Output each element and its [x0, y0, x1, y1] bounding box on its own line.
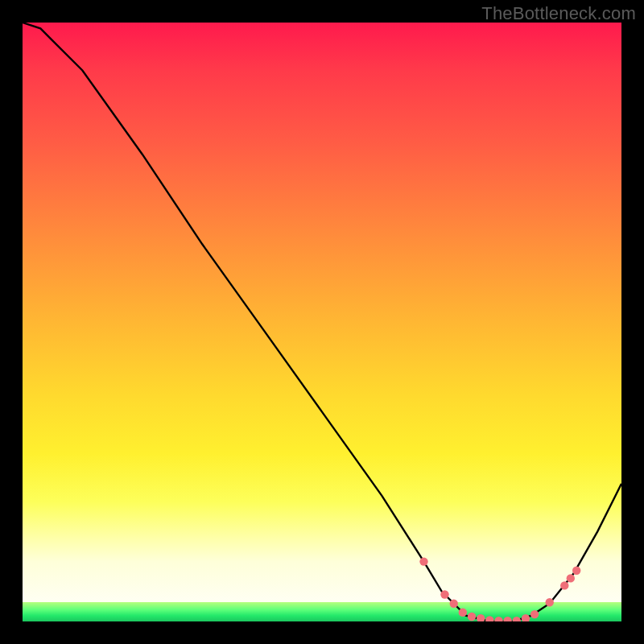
marker-dot — [560, 581, 568, 589]
marker-dot — [459, 609, 467, 617]
marker-dot — [419, 557, 427, 565]
marker-dot — [485, 616, 493, 621]
marker-dot — [440, 590, 448, 598]
plot-area — [23, 23, 621, 621]
marker-dot — [503, 617, 511, 621]
marker-dot — [530, 610, 539, 618]
marker-dot — [468, 613, 476, 621]
marker-dot — [513, 617, 521, 621]
chart-frame: TheBottleneck.com — [0, 0, 644, 644]
marker-dot — [572, 567, 580, 575]
marker-dot — [450, 600, 458, 608]
marker-dot — [522, 614, 530, 621]
marker-dot — [546, 598, 554, 606]
bottleneck-curve-path — [23, 23, 621, 621]
watermark-text: TheBottleneck.com — [481, 3, 636, 24]
marker-dot — [477, 614, 485, 621]
marker-dot — [494, 617, 502, 621]
marker-group — [419, 557, 580, 621]
marker-dot — [567, 574, 575, 582]
curve-layer — [23, 23, 621, 621]
